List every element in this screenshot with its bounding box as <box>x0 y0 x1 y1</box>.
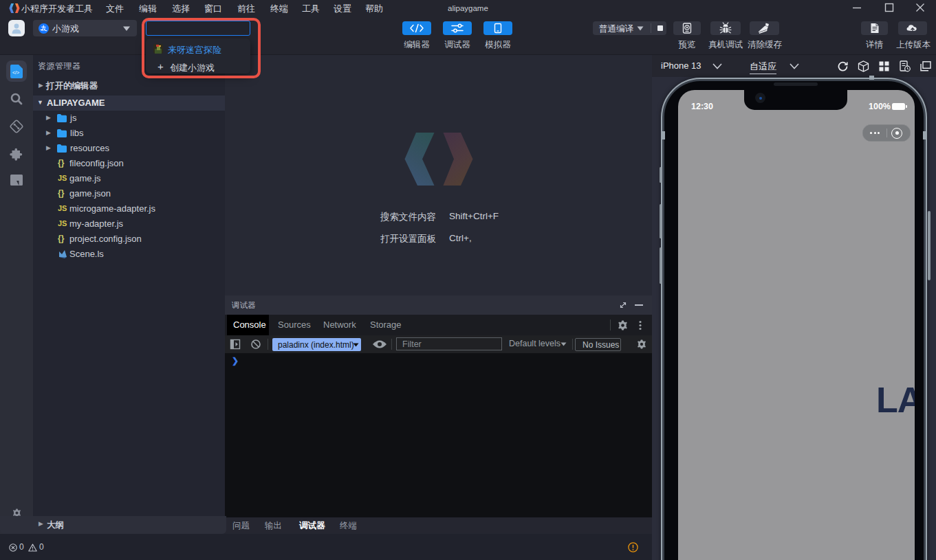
svg-text:</>: </> <box>12 70 19 75</box>
